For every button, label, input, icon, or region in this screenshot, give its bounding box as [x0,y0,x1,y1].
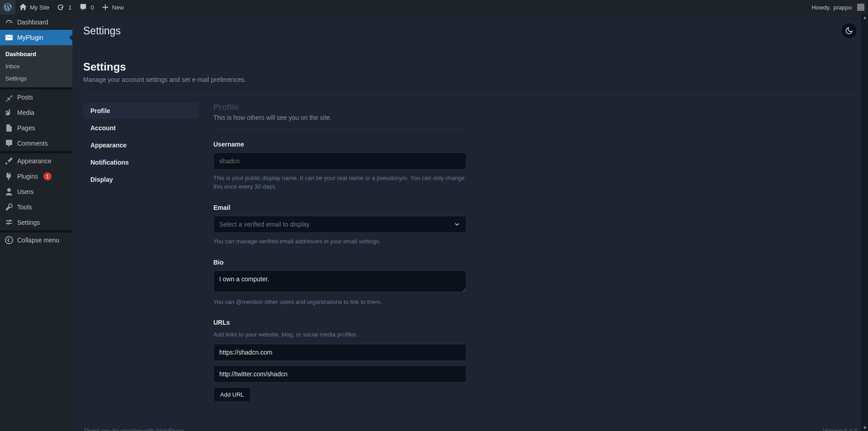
footer-version: Version 6.4.3 [823,427,857,431]
sidebar-item-settings[interactable]: Settings [0,215,72,230]
section-title: Profile [213,103,467,112]
username-input[interactable] [213,152,467,170]
url-input-0[interactable] [213,344,467,361]
sidebar-collapse[interactable]: Collapse menu [0,232,72,248]
sidebar-item-label: MyPlugin [17,34,43,41]
sidebar-item-label: Media [17,109,34,116]
new-link[interactable]: New [98,0,127,14]
sidebar-item-tools[interactable]: Tools [0,199,72,215]
scroll-up-icon: ▲ [863,15,867,20]
section-subtitle: This is how others will see you on the s… [213,114,467,121]
sidebar-item-label: Tools [17,204,32,211]
plus-icon [101,3,109,11]
settings-subtitle: Manage your account settings and set e-m… [83,76,857,83]
pin-icon [5,93,14,102]
sidebar-item-label: Users [17,188,34,195]
plugins-update-badge: 1 [43,172,52,180]
sidebar-item-label: Plugins [17,173,38,180]
active-arrow [69,34,73,41]
content-wrap: Settings Settings Manage your account se… [72,14,868,431]
site-link[interactable]: My Site [15,0,53,14]
mail-icon [5,33,14,42]
submenu-item-settings[interactable]: Settings [0,72,72,85]
avatar [857,4,864,11]
sidebar-item-dashboard[interactable]: Dashboard [0,14,72,30]
divider [213,129,467,130]
wrench-icon [5,203,14,212]
sidebar-item-users[interactable]: Users [0,184,72,199]
sidebar-item-label: Pages [17,124,35,132]
nav-tab-display[interactable]: Display [83,171,199,188]
svg-point-0 [5,237,13,244]
url-input-1[interactable] [213,365,467,383]
howdy-prefix: Howdy, [811,4,830,11]
sliders-icon [5,218,14,227]
email-help: You can manage verified email addresses … [213,237,467,246]
bio-textarea[interactable] [213,270,467,292]
theme-toggle-button[interactable] [841,23,857,39]
footer-thanks: Thank you for creating with WordPress. [83,427,186,431]
collapse-icon [5,236,14,245]
page-title: Settings [83,25,121,37]
sidebar-item-label: Dashboard [17,19,48,26]
moon-icon [845,27,853,35]
submenu-item-dashboard[interactable]: Dashboard [0,48,72,60]
settings-heading: Settings Manage your account settings an… [83,61,857,83]
comment-icon [79,3,87,11]
divider [83,94,857,95]
updates-link[interactable]: 1 [53,0,75,14]
account-link[interactable]: Howdy, prappo [808,0,868,14]
sidebar-item-label: Appearance [17,157,52,165]
media-icon [5,108,14,117]
scrollbar[interactable]: ▲ ▼ [861,14,868,431]
sidebar-item-label: Collapse menu [17,237,59,244]
sidebar-item-myplugin[interactable]: MyPlugin [0,30,72,45]
bio-label: Bio [213,259,467,266]
scroll-down-icon: ▼ [863,426,867,430]
sidebar-item-posts[interactable]: Posts [0,90,72,105]
sidebar-item-label: Settings [17,219,40,226]
site-name: My Site [30,4,49,11]
field-bio: Bio You can @mention other users and org… [213,259,467,307]
sidebar-item-comments[interactable]: Comments [0,136,72,151]
sidebar-item-label: Comments [17,140,48,147]
new-label: New [112,4,124,11]
field-urls: URLs Add links to your website, blog, or… [213,319,467,402]
username-label: Username [213,141,467,148]
comments-link[interactable]: 0 [75,0,98,14]
nav-tab-appearance[interactable]: Appearance [83,137,199,153]
home-icon [19,3,27,11]
account-username: prappo [834,4,852,11]
page-icon [5,123,14,133]
add-url-button[interactable]: Add URL [213,387,251,402]
wp-logo[interactable] [0,0,15,14]
settings-nav: Profile Account Appearance Notifications… [83,103,199,415]
sidebar-item-appearance[interactable]: Appearance [0,153,72,169]
chevron-down-icon [453,221,461,228]
settings-title: Settings [83,61,857,73]
user-icon [5,187,14,196]
plug-icon [5,172,14,181]
adminbar: My Site 1 0 New Howdy, prappo [0,0,868,14]
footer: Thank you for creating with WordPress. V… [83,427,857,431]
gauge-icon [5,18,14,27]
updates-count: 1 [67,4,71,11]
brush-icon [5,156,14,166]
sidebar-submenu-myplugin: Dashboard Inbox Settings [0,45,72,87]
sidebar-item-plugins[interactable]: Plugins 1 [0,169,72,184]
nav-tab-profile[interactable]: Profile [83,103,199,119]
nav-tab-notifications[interactable]: Notifications [83,154,199,171]
nav-tab-account[interactable]: Account [83,120,199,136]
sidebar-item-pages[interactable]: Pages [0,120,72,136]
refresh-icon [57,3,65,11]
admin-sidebar: Dashboard MyPlugin Dashboard Inbox Setti… [0,14,72,431]
wordpress-icon [4,3,12,11]
urls-label: URLs [213,319,467,326]
submenu-item-inbox[interactable]: Inbox [0,60,72,72]
email-label: Email [213,204,467,211]
email-select-placeholder: Select a verified email to display [219,221,310,228]
username-help: This is your public display name. It can… [213,174,467,191]
sidebar-item-media[interactable]: Media [0,105,72,120]
field-email: Email Select a verified email to display… [213,204,467,246]
email-select[interactable]: Select a verified email to display [213,216,467,233]
